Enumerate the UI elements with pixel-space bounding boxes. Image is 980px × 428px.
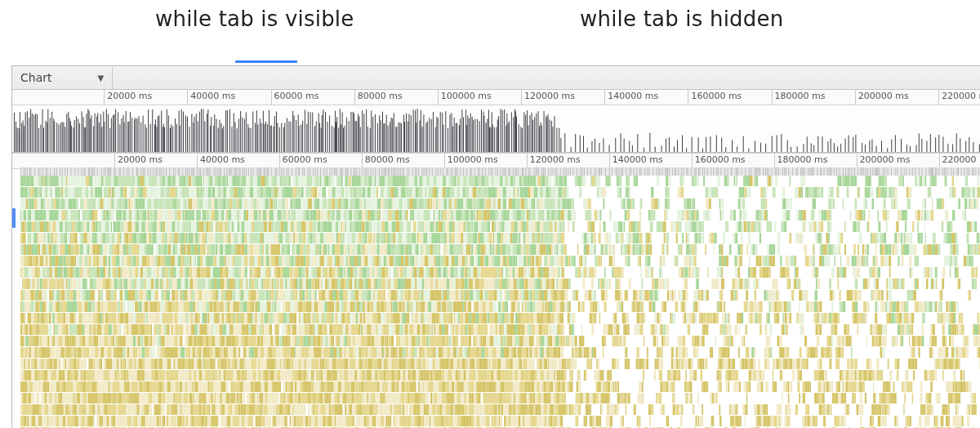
ruler-tick-label: 80000 ms bbox=[365, 154, 410, 165]
ruler-tick-label: 180000 ms bbox=[777, 154, 828, 165]
ruler-tick-label: 80000 ms bbox=[358, 91, 403, 101]
cpu-overview-canvas bbox=[12, 105, 980, 153]
ruler-tick-label: 120000 ms bbox=[530, 154, 581, 165]
view-mode-select[interactable]: Chart ▼ bbox=[12, 66, 113, 89]
ruler-tick bbox=[857, 154, 858, 168]
annotation-hidden-label: while tab is hidden bbox=[580, 7, 783, 31]
ruler-tick bbox=[609, 154, 610, 168]
ruler-tick bbox=[938, 90, 939, 105]
ruler-tick bbox=[604, 90, 605, 105]
ruler-tick bbox=[521, 90, 522, 105]
ruler-tick-label: 40000 ms bbox=[200, 154, 245, 165]
view-mode-value: Chart bbox=[20, 71, 51, 84]
ruler-tick-label: 20000 ms bbox=[107, 91, 152, 101]
ruler-tick-label: 40000 ms bbox=[190, 91, 235, 101]
ruler-tick bbox=[114, 154, 115, 168]
ruler-tick-label: 160000 ms bbox=[695, 154, 746, 165]
ruler-tick-label: 60000 ms bbox=[283, 154, 327, 165]
active-tab-indicator bbox=[235, 60, 297, 63]
ruler-tick bbox=[271, 90, 272, 105]
ruler-tick-label: 220000 ms bbox=[942, 154, 980, 165]
ruler-tick-label: 200000 ms bbox=[858, 91, 909, 101]
chevron-down-icon: ▼ bbox=[97, 74, 104, 82]
ruler-tick bbox=[688, 90, 688, 105]
ruler-tick bbox=[939, 154, 940, 168]
overview-time-ruler[interactable]: 20000 ms40000 ms60000 ms80000 ms100000 m… bbox=[12, 90, 980, 105]
ruler-tick-label: 100000 ms bbox=[441, 91, 492, 101]
cpu-overview-strip[interactable] bbox=[12, 105, 980, 154]
ruler-tick-label: 220000 ms bbox=[942, 91, 980, 101]
ruler-tick bbox=[187, 90, 188, 105]
ruler-tick-label: 100000 ms bbox=[448, 154, 498, 165]
ruler-tick bbox=[354, 90, 355, 105]
ruler-tick bbox=[774, 154, 775, 168]
ruler-tick bbox=[197, 154, 198, 168]
ruler-tick-label: 160000 ms bbox=[691, 91, 742, 101]
ruler-tick bbox=[772, 90, 773, 105]
flame-chart-canvas bbox=[20, 167, 980, 428]
current-range-marker bbox=[12, 208, 16, 228]
profiler-toolbar: Chart ▼ bbox=[12, 66, 980, 90]
ruler-tick bbox=[438, 90, 439, 105]
ruler-tick bbox=[279, 154, 280, 168]
ruler-tick bbox=[104, 90, 105, 105]
ruler-tick bbox=[444, 154, 445, 168]
ruler-tick-label: 60000 ms bbox=[274, 91, 319, 101]
ruler-tick-label: 180000 ms bbox=[775, 91, 826, 101]
ruler-tick bbox=[362, 154, 363, 168]
ruler-tick-label: 200000 ms bbox=[860, 154, 911, 165]
ruler-tick-label: 140000 ms bbox=[612, 154, 663, 165]
ruler-tick bbox=[527, 154, 528, 168]
ruler-tick-label: 140000 ms bbox=[608, 91, 658, 101]
ruler-tick bbox=[855, 90, 856, 105]
ruler-tick-label: 120000 ms bbox=[524, 91, 575, 101]
annotation-visible-label: while tab is visible bbox=[155, 7, 354, 31]
ruler-tick bbox=[692, 154, 693, 168]
ruler-tick-label: 20000 ms bbox=[118, 154, 163, 165]
flame-chart[interactable] bbox=[20, 167, 980, 428]
profiler-panel: Chart ▼ 20000 ms40000 ms60000 ms80000 ms… bbox=[11, 65, 980, 428]
